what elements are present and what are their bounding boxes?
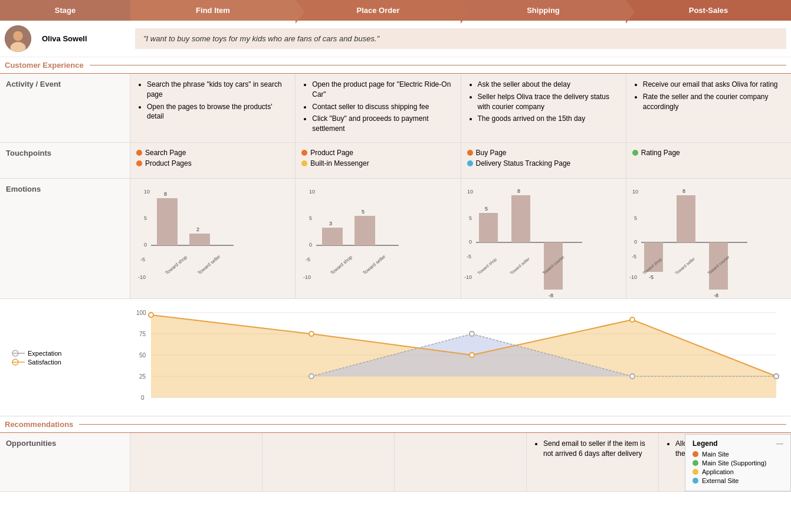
svg-text:-10: -10 [629,274,637,280]
svg-text:50: 50 [139,352,146,359]
svg-text:8: 8 [164,191,167,197]
tp-item: Buy Page [467,149,620,157]
exp-dot [774,374,779,379]
activity-list-1: Search the phrase "kids toy cars" in sea… [136,80,289,121]
activity-cell-2: Open the product page for "Electric Ride… [296,74,461,142]
emotions-cell-1: 10 5 0 -5 -10 8 2 Toward shop Toward sel… [130,179,296,298]
touchpoints-row: Touchpoints Search Page Product Pages Pr… [0,143,791,179]
svg-text:Toward seller: Toward seller [197,254,222,275]
svg-rect-24 [355,216,375,245]
legend-main-supporting: Main Site (Supporting) [692,459,783,467]
user-info: Oliva Sowell [5,25,135,52]
section-divider [90,65,786,65]
user-quote: "I want to buy some toys for my kids who… [135,28,786,49]
svg-text:-10: -10 [303,274,311,280]
touchpoints-cell-3: Buy Page Delivery Status Tracking Page [461,143,626,178]
orange-dot [136,160,142,166]
line-chart-svg: 100 75 50 25 0 [136,308,779,408]
stage-place-order: Place Order [296,0,461,21]
svg-rect-34 [479,213,498,242]
orange-dot [301,150,307,156]
orange-dot [467,150,473,156]
svg-text:Toward seller: Toward seller [509,256,531,275]
activity-list-4: Receive our email that asks Oliva for ra… [632,80,785,111]
stage-arrow-2 [461,0,470,24]
opportunities-row: Opportunities Send email to seller if th… [0,433,791,492]
svg-rect-36 [511,195,530,242]
stage-post-sales: Post-Sales [626,0,791,21]
stage-arrow-1 [296,0,304,24]
svg-text:10: 10 [632,189,638,195]
emotions-row: Emotions 10 5 0 -5 -10 8 2 Toward shop T… [0,179,791,299]
tp-item: Search Page [136,149,289,157]
legend-close[interactable]: — [776,439,783,448]
tp-item: Delivery Status Tracking Page [467,159,620,168]
svg-text:10: 10 [467,189,473,195]
legend-application: Application [692,468,783,475]
svg-text:0: 0 [634,239,637,245]
activity-cell-4: Receive our email that asks Oliva for ra… [626,74,791,142]
bar-chart-4: 10 5 0 -5 -10 -5 8 -8 Toward shop Toward… [629,182,753,294]
svg-text:75: 75 [139,331,146,337]
bar-chart-1: 10 5 0 -5 -10 8 2 Toward shop Toward sel… [133,182,239,294]
svg-text:-10: -10 [464,274,472,280]
user-row: Oliva Sowell "I want to buy some toys fo… [0,21,791,57]
svg-text:8: 8 [517,188,520,194]
svg-point-3 [14,31,23,41]
svg-text:2: 2 [196,226,199,232]
recommendations-section: Recommendations [0,416,791,433]
sat-dot [309,331,314,336]
svg-text:25: 25 [139,373,146,380]
emotions-cell-3: 10 5 0 -5 -10 5 8 -8 Toward shop Toward … [461,179,626,298]
svg-rect-51 [677,195,695,242]
svg-rect-22 [322,228,343,245]
svg-text:-5: -5 [632,254,636,260]
svg-text:-5: -5 [140,257,145,262]
stage-find-item: Find Item [130,0,296,21]
svg-text:-5: -5 [306,257,310,262]
svg-text:-8: -8 [714,293,718,298]
svg-text:3: 3 [329,221,332,226]
exp-dot [630,374,635,379]
touchpoints-label: Touchpoints [0,143,130,178]
activity-cell-3: Ask the seller about the delay Seller he… [461,74,626,142]
svg-text:0: 0 [144,242,147,248]
svg-text:0: 0 [141,395,145,401]
svg-text:5: 5 [469,215,472,221]
svg-text:5: 5 [485,206,488,212]
opp-cell-4: Send email to seller if the item is not … [527,433,659,491]
svg-text:8: 8 [682,188,685,194]
svg-text:10: 10 [144,189,150,195]
stage-arrow-3 [626,0,635,24]
line-chart-area: 100 75 50 25 0 [136,308,785,410]
stage-shipping: Shipping [461,0,626,21]
svg-text:Toward shop: Toward shop [165,254,189,275]
touchpoints-cell-1: Search Page Product Pages [130,143,296,178]
opp-cell-3 [395,433,527,491]
bar-chart-2: 10 5 0 -5 -10 3 5 Toward shop Toward sel… [298,182,405,294]
svg-text:-10: -10 [138,274,146,280]
svg-text:0: 0 [309,242,312,248]
exp-dot [470,331,474,336]
legend-main-site: Main Site [692,451,783,458]
svg-text:Toward seller: Toward seller [362,254,387,275]
opportunities-label: Opportunities [0,433,130,491]
avatar-icon [5,25,31,52]
stage-header: Stage Find Item Place Order Shipping Pos… [0,0,791,21]
touchpoints-cell-4: Rating Page [626,143,791,178]
activity-cell-1: Search the phrase "kids toy cars" in sea… [130,74,296,142]
svg-rect-12 [189,234,210,245]
expectation-legend: Expectation [12,350,136,357]
emotions-cell-4: 10 5 0 -5 -10 -5 8 -8 Toward shop Toward… [626,179,791,298]
activity-row: Activity / Event Search the phrase "kids… [0,74,791,143]
user-avatar [5,25,31,52]
touchpoints-cell-2: Product Page Built-in Messenger [296,143,461,178]
svg-text:Toward shop: Toward shop [477,257,498,276]
sat-dot [630,317,635,322]
customer-experience-section: Customer Experience [0,57,791,74]
svg-text:Toward seller: Toward seller [674,256,696,275]
svg-text:5: 5 [144,215,147,221]
svg-text:0: 0 [469,239,472,245]
line-chart-row: Expectation Satisfaction 100 75 50 25 0 [0,299,791,416]
activity-list-3: Ask the seller about the delay Seller he… [467,80,620,124]
